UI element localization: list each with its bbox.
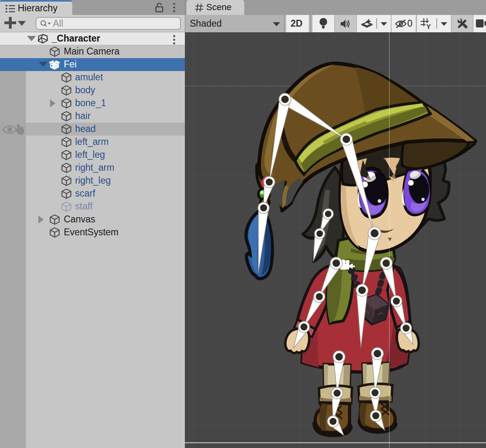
svg-text:Y: Y	[426, 23, 431, 30]
